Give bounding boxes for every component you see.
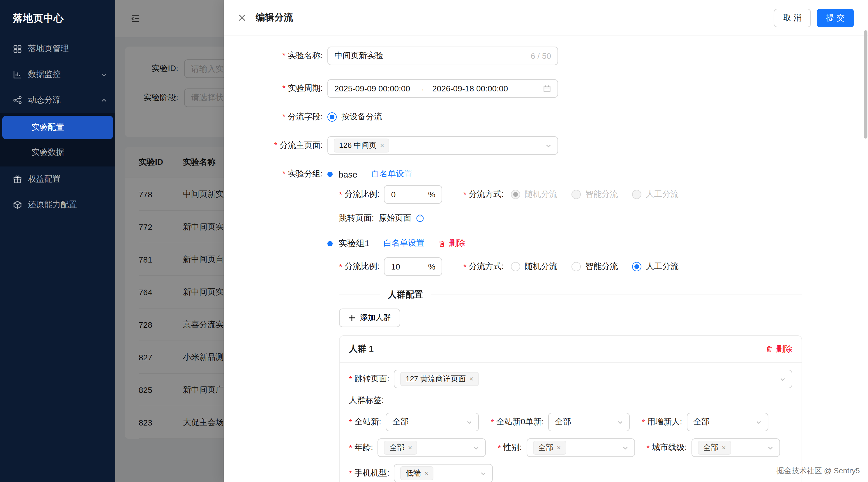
crowd-selects-row-3: * 手机机型: 低端× (349, 464, 792, 482)
radio-manual-split-disabled: 人工分流 (632, 189, 678, 200)
sidebar-item-landing-pages[interactable]: 落地页管理 (0, 36, 115, 62)
delete-crowd-button[interactable]: 删除 (766, 344, 792, 354)
chevron-down-icon (473, 445, 480, 451)
required-mark: * (349, 443, 352, 452)
sidebar-item-experiment-config[interactable]: 实验配置 (2, 116, 113, 139)
crowd-card-1: 人群 1 删除 * 跳转页面: 127 黄流商详页面× (339, 335, 802, 482)
scrollbar-thumb[interactable] (864, 30, 867, 138)
group1-ratio-input[interactable]: % (384, 257, 442, 276)
phone-model-select[interactable]: 低端× (394, 464, 493, 482)
radio-icon (571, 190, 581, 199)
radio-icon[interactable] (328, 113, 337, 122)
radio-icon[interactable] (571, 262, 581, 271)
gender-select[interactable]: 全部× (526, 438, 635, 457)
radio-by-device[interactable]: 按设备分流 (328, 112, 382, 122)
crowd-selects-row-1: * 全站新: 全部 * 全站新0单新: (349, 413, 792, 431)
quanzhanxin0danxin-select[interactable]: 全部 (549, 413, 630, 431)
radio-icon[interactable] (510, 262, 520, 271)
watermark: 掘金技术社区 @ Sentry5 (777, 466, 860, 476)
group1-method-radio-group: 随机分流 智能分流 人工分流 (510, 261, 678, 272)
sidebar-item-restore-config[interactable]: 还原能力配置 (0, 192, 115, 218)
period-start-value[interactable]: 2025-09-09 00:00:00 (334, 84, 410, 93)
cube-icon (13, 200, 22, 210)
experiment-name-label: *实验名称: (224, 51, 328, 61)
ratio-label: 分流比例: (345, 189, 379, 200)
group1-whitelist-link[interactable]: 白名单设置 (383, 238, 424, 249)
percent-suffix: % (428, 190, 435, 199)
group1-ratio-field[interactable] (391, 262, 425, 271)
required-mark: * (349, 417, 352, 427)
remove-tag-icon[interactable]: × (424, 470, 429, 477)
remove-tag-icon[interactable]: × (469, 376, 473, 382)
crowd-config-divider: 人群配置 (339, 288, 802, 301)
group1-header: 实验组1 白名单设置 删除 (328, 236, 854, 250)
crowd-selects-row-2: * 年龄: 全部× * 性别: (349, 438, 792, 457)
radio-random-split[interactable]: 随机分流 (510, 261, 557, 272)
sidebar-item-data-monitor[interactable]: 数据监控 (0, 62, 115, 87)
base-jump-row: 跳转页面: 原始页面 (339, 213, 802, 224)
yongzengxinren-select[interactable]: 全部 (687, 413, 768, 431)
group-name: 实验组1 (338, 238, 370, 249)
crowd-jump-select[interactable]: 127 黄流商详页面× (394, 369, 792, 388)
method-label: 分流方式: (469, 189, 504, 200)
base-group-body: * 分流比例: % * 分流方式: 随机分流 (339, 185, 802, 224)
required-mark: * (642, 417, 645, 427)
experiment-period-picker[interactable]: 2025-09-09 00:00:00 → 2026-09-18 00:00:0… (328, 79, 558, 98)
submit-button[interactable]: 提 交 (817, 8, 854, 27)
radio-smart-split[interactable]: 智能分流 (571, 261, 618, 272)
crowd-card-title: 人群 1 (349, 344, 374, 355)
sidebar-item-rights-config[interactable]: 权益配置 (0, 166, 115, 192)
chevron-down-icon (622, 445, 628, 451)
cancel-button[interactable]: 取 消 (774, 8, 811, 27)
select-item-yongzengxinren: * 用增新人: 全部 (642, 413, 768, 431)
period-end-value[interactable]: 2026-09-18 00:00:00 (432, 84, 508, 93)
remove-tag-icon[interactable]: × (380, 142, 384, 149)
group1-ratio-row: * 分流比例: % * 分流方式: 随机分流 (339, 257, 802, 276)
sidebar-item-experiment-data[interactable]: 实验数据 (0, 140, 115, 165)
age-select[interactable]: 全部× (378, 438, 486, 457)
base-ratio-field[interactable] (391, 190, 425, 199)
crowd-config-title: 人群配置 (380, 289, 431, 300)
app-title: 落地页中心 (0, 0, 115, 36)
required-mark: * (274, 140, 277, 150)
remove-tag-icon[interactable]: × (722, 444, 726, 451)
range-arrow-icon: → (417, 84, 425, 93)
base-whitelist-link[interactable]: 白名单设置 (371, 169, 412, 179)
selected-tag: 全部× (698, 441, 731, 455)
chevron-down-icon (767, 445, 774, 451)
group-bullet-icon (328, 241, 333, 246)
selected-page-tag: 126 中间页× (334, 138, 390, 153)
drawer-body: *实验名称: 6 / 50 *实验周期: 2025-09-09 00:00:00… (224, 36, 868, 482)
crowd-tags-label: 人群标签: (349, 395, 792, 406)
group-name: base (338, 169, 358, 179)
experiment-period-label: *实验周期: (224, 83, 328, 94)
experiment-name-input[interactable]: 6 / 50 (328, 46, 558, 65)
remove-tag-icon[interactable]: × (557, 444, 561, 451)
remove-tag-icon[interactable]: × (408, 444, 412, 451)
close-icon[interactable] (238, 13, 246, 22)
main-page-select[interactable]: 126 中间页× (328, 136, 558, 155)
info-icon[interactable] (416, 214, 424, 222)
crowd-card-body: * 跳转页面: 127 黄流商详页面× 人群标签: (340, 363, 802, 482)
selected-page-tag: 127 黄流商详页面× (401, 372, 479, 386)
experiment-name-field[interactable] (334, 51, 526, 61)
add-crowd-button[interactable]: 添加人群 (339, 309, 401, 327)
share-nodes-icon (13, 95, 22, 105)
radio-manual-split[interactable]: 人工分流 (632, 261, 678, 272)
chevron-up-icon (101, 97, 107, 103)
radio-icon[interactable] (632, 262, 641, 271)
city-tier-select[interactable]: 全部× (691, 438, 780, 457)
base-ratio-input[interactable]: % (384, 185, 442, 204)
select-item-quanzhanxin0danxin: * 全站新0单新: 全部 (491, 413, 630, 431)
selected-tag: 低端× (401, 466, 434, 480)
select-item-gender: * 性别: 全部× (498, 438, 635, 457)
drawer-title: 编辑分流 (256, 12, 293, 24)
quanzhanxin-select[interactable]: 全部 (386, 413, 479, 431)
group1-delete-button[interactable]: 删除 (438, 238, 465, 249)
radio-random-split-disabled: 随机分流 (510, 189, 557, 200)
sidebar-item-dynamic-split[interactable]: 动态分流 (0, 87, 115, 113)
experiment-name-row: *实验名称: 6 / 50 (224, 46, 854, 65)
select-item-phone-model: * 手机机型: 低端× (349, 464, 493, 482)
experiment-groups-row: *实验分组: base 白名单设置 (224, 169, 854, 179)
gift-icon (13, 174, 22, 184)
